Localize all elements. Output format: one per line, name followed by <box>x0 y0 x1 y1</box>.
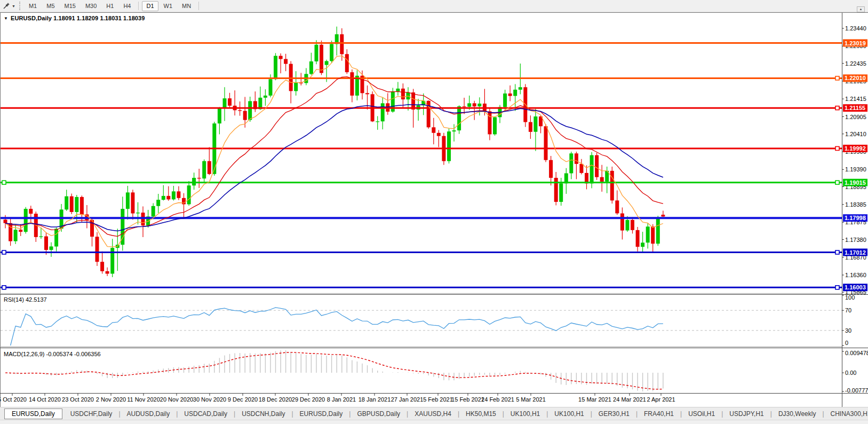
svg-text:29 Dec 2020: 29 Dec 2020 <box>292 396 325 403</box>
svg-text:18 Dec 2020: 18 Dec 2020 <box>259 396 292 403</box>
svg-text:24 Mar 2021: 24 Mar 2021 <box>613 396 646 403</box>
macd-signal-line <box>5 352 663 389</box>
chart-tab-uk100-h1[interactable]: UK100,H1 <box>548 409 590 419</box>
chart-tab-eurusd-daily[interactable]: EURUSD,Daily <box>294 409 349 419</box>
chart-tab-eurusd-daily[interactable]: EURUSD,Daily <box>4 409 62 419</box>
svg-text:1.23440: 1.23440 <box>845 25 866 32</box>
svg-text:1.22435: 1.22435 <box>845 60 866 67</box>
price-chart-canvas[interactable]: 1.234401.229301.224351.219251.214151.209… <box>0 0 868 407</box>
cursor-dropdown-caret-icon[interactable]: ▼ <box>12 4 15 8</box>
macd-indicator-label: MACD(12,26,9) -0.005374 -0.006356 <box>4 351 101 357</box>
macd-pane: 0.0094780.00-0.007778 <box>5 350 868 394</box>
svg-text:11 Nov 2020: 11 Nov 2020 <box>127 396 160 403</box>
svg-text:23 Oct 2020: 23 Oct 2020 <box>62 396 94 403</box>
timeframe-toolbar: ▼ M1M5M15M30H1H4D1W1MN <box>0 0 868 12</box>
svg-text:8 Jan 2021: 8 Jan 2021 <box>327 396 356 403</box>
horizontal-lines-layer[interactable] <box>1 43 842 289</box>
svg-text:30: 30 <box>845 327 851 334</box>
svg-text:1.16003: 1.16003 <box>845 284 866 290</box>
svg-text:24 Feb 2021: 24 Feb 2021 <box>481 396 514 403</box>
timeframe-button-mn[interactable]: MN <box>178 1 195 11</box>
svg-text:1.19390: 1.19390 <box>845 166 866 172</box>
toolbar-separator <box>198 2 199 10</box>
toolbar-grip[interactable] <box>19 2 22 10</box>
chart-tab-usdjpy-h1[interactable]: USDJPY,H1 <box>723 409 769 419</box>
svg-text:0: 0 <box>845 340 848 346</box>
mid-ma <box>5 77 663 237</box>
svg-text:1.22010: 1.22010 <box>845 75 866 81</box>
svg-text:1.19992: 1.19992 <box>845 145 866 152</box>
chart-tab-usoil-h1[interactable]: USOil,H1 <box>682 409 721 419</box>
timeframe-button-group: M1M5M15M30H1H4D1W1MN <box>24 1 202 11</box>
chart-tab-ger30-h1[interactable]: GER30,H1 <box>593 409 635 419</box>
chart-tab-dj30-weekly[interactable]: DJ30,Weekly <box>773 409 822 419</box>
chart-tab-china300-h1[interactable]: CHINA300,H1 <box>825 409 868 419</box>
timeframe-button-m5[interactable]: M5 <box>42 1 59 11</box>
chart-borders <box>0 13 868 407</box>
rsi-indicator-label: RSI(14) 42.5137 <box>4 296 47 303</box>
timeframe-button-d1[interactable]: D1 <box>142 1 158 11</box>
svg-text:1.21155: 1.21155 <box>845 105 865 111</box>
toolbar-separator <box>138 2 139 10</box>
chart-tab-uk100-h1[interactable]: UK100,H1 <box>505 409 546 419</box>
svg-text:2 Nov 2020: 2 Nov 2020 <box>96 396 126 403</box>
chart-tab-xauusd-h4[interactable]: XAUUSD,H4 <box>409 409 457 419</box>
chart-cursor-icon-svg <box>3 2 10 10</box>
chart-tab-audusd-daily[interactable]: AUDUSD,Daily <box>121 409 176 419</box>
svg-text:70: 70 <box>845 307 851 313</box>
chart-tab-usdcad-daily[interactable]: USDCAD,Daily <box>178 409 233 419</box>
rsi-pane: 10070300 <box>1 294 855 346</box>
svg-text:27 Jan 2021: 27 Jan 2021 <box>391 396 424 403</box>
time-scale[interactable]: 5 Oct 202014 Oct 202023 Oct 20202 Nov 20… <box>0 394 675 403</box>
chart-tab-gbpusd-daily[interactable]: GBPUSD,Daily <box>351 409 406 419</box>
svg-text:1.18385: 1.18385 <box>845 201 866 208</box>
timeframe-button-w1[interactable]: W1 <box>160 1 177 11</box>
trading-platform-window: ▼ M1M5M15M30H1H4D1W1MN ▲ 1.234401.229301… <box>0 0 868 424</box>
status-bar <box>0 420 868 424</box>
timeframe-button-m30[interactable]: M30 <box>81 1 101 11</box>
chart-cursor-icon[interactable] <box>2 1 11 11</box>
timeframe-button-m15[interactable]: M15 <box>60 1 80 11</box>
chart-tab-hk50-m15[interactable]: HK50,M15 <box>460 409 502 419</box>
svg-text:1.16360: 1.16360 <box>845 272 866 278</box>
svg-text:20 Nov 2020: 20 Nov 2020 <box>160 396 193 403</box>
svg-text:-0.007778: -0.007778 <box>845 387 868 394</box>
svg-text:1.21415: 1.21415 <box>845 96 866 102</box>
svg-text:1.20410: 1.20410 <box>845 131 866 137</box>
svg-text:1.20905: 1.20905 <box>845 114 866 120</box>
svg-text:15 Feb 2021: 15 Feb 2021 <box>451 396 484 403</box>
svg-text:1.23019: 1.23019 <box>845 40 866 46</box>
svg-text:0.00: 0.00 <box>845 370 856 376</box>
svg-text:1.17012: 1.17012 <box>845 249 866 256</box>
svg-text:18 Jan 2021: 18 Jan 2021 <box>359 396 391 403</box>
toolbar-overflow-button[interactable]: ▲ <box>857 6 865 12</box>
chart-symbol-title[interactable]: ▼EURUSD,Daily 1.18091 1.18209 1.18031 1.… <box>4 15 145 21</box>
chart-tab-usdchf-daily[interactable]: USDCHF,Daily <box>65 409 118 419</box>
svg-text:2 Apr 2021: 2 Apr 2021 <box>647 396 675 403</box>
svg-text:14 Oct 2020: 14 Oct 2020 <box>29 396 61 403</box>
svg-text:9 Dec 2020: 9 Dec 2020 <box>228 396 258 403</box>
svg-text:5 Feb 2021: 5 Feb 2021 <box>423 396 453 403</box>
svg-text:1.17380: 1.17380 <box>845 237 866 243</box>
chart-tab-bar: EURUSD,DailyUSDCHF,Daily|AUDUSD,Daily|US… <box>0 407 868 420</box>
timeframe-button-h4[interactable]: H4 <box>119 1 135 11</box>
rsi-line <box>11 308 663 346</box>
slow-ma <box>5 105 663 231</box>
svg-text:1.19015: 1.19015 <box>845 179 866 186</box>
svg-text:0.009478: 0.009478 <box>845 350 868 356</box>
price-line-tags: 1.230191.220101.211551.199921.190151.179… <box>843 40 867 292</box>
timeframe-button-m1[interactable]: M1 <box>25 1 41 11</box>
svg-text:5 Mar 2021: 5 Mar 2021 <box>516 396 546 403</box>
chart-tab-usdcnh-daily[interactable]: USDCNH,Daily <box>236 409 291 419</box>
timeframe-button-h1[interactable]: H1 <box>102 1 118 11</box>
svg-text:1.17998: 1.17998 <box>845 215 866 221</box>
svg-text:30 Nov 2020: 30 Nov 2020 <box>193 396 226 403</box>
chart-tab-fra40-h1[interactable]: FRA40,H1 <box>638 409 680 419</box>
svg-text:5 Oct 2020: 5 Oct 2020 <box>0 396 27 403</box>
svg-text:15 Mar 2021: 15 Mar 2021 <box>578 396 611 403</box>
chart-title-text: EURUSD,Daily 1.18091 1.18209 1.18031 1.1… <box>11 15 145 21</box>
chart-collapse-icon[interactable]: ▼ <box>4 16 8 21</box>
svg-text:100: 100 <box>845 294 855 301</box>
